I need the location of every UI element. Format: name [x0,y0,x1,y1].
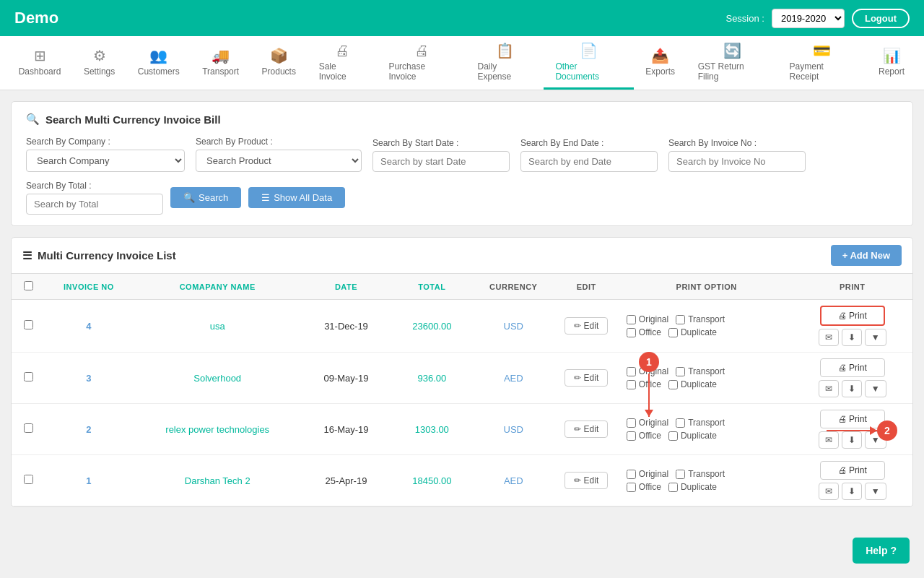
start-date-label: Search By Start Date : [372,138,510,148]
edit-button[interactable]: ✏ Edit [565,420,608,438]
row-edit-cell: ✏ Edit [552,300,621,353]
office-checkbox[interactable] [627,380,636,389]
email-button[interactable]: ✉ [819,431,839,449]
duplicate-checkbox[interactable] [668,431,678,441]
header-right: Session : 2019-2020 Logout [725,9,910,28]
duplicate-checkbox[interactable] [668,328,678,337]
company-select[interactable]: Search Company [26,150,185,172]
invoice-link[interactable]: 2 [86,424,91,435]
duplicate-checkbox-label[interactable]: Duplicate [668,431,717,441]
download-button[interactable]: ⬇ [842,329,862,346]
more-options-button[interactable]: ▼ [865,380,886,397]
search-button[interactable]: 🔍 Search [170,187,241,208]
nav-item-gst-return-filing[interactable]: 🔄 GST Return Filing [687,36,778,90]
more-options-button[interactable]: ▼ [865,483,886,500]
row-print-cell: 🖨 Print ✉ ⬇ ▼ [793,455,912,506]
row-print-cell: 🖨 Print ✉ ⬇ ▼ [793,300,912,353]
print-options: Original Transport Office Duplicate [627,314,787,337]
invoice-no-input[interactable] [668,151,806,172]
print-button[interactable]: 🖨 Print [820,358,885,377]
company-link[interactable]: relex power technologies [165,424,269,435]
transport-checkbox[interactable] [676,470,685,479]
email-button[interactable]: ✉ [819,483,839,500]
office-checkbox[interactable] [627,483,636,492]
transport-checkbox-label[interactable]: Transport [676,418,725,428]
original-checkbox[interactable] [627,418,636,428]
office-checkbox-label[interactable]: Office [627,327,661,337]
nav-item-daily-expense[interactable]: 📋 Daily Expense [466,36,544,90]
company-link[interactable]: Darshan Tech 2 [185,475,250,486]
row-checkbox[interactable] [24,423,33,433]
col-header-company: COMAPANY NAME [131,274,303,300]
nav-item-settings[interactable]: ⚙ Settings [72,41,126,85]
total-input[interactable] [26,194,163,215]
original-checkbox[interactable] [627,367,636,376]
col-header-print: PRINT [793,274,912,300]
company-link[interactable]: Solverhood [193,373,241,384]
edit-button[interactable]: ✏ Edit [565,472,608,489]
print-button[interactable]: 🖨 Print [820,461,885,480]
add-new-button[interactable]: + Add New [831,245,902,266]
office-checkbox-label[interactable]: Office [627,482,661,492]
invoice-link[interactable]: 4 [86,321,91,332]
product-select[interactable]: Search Product [196,150,362,172]
nav-item-transport[interactable]: 🚚 Transport [191,41,250,85]
transport-checkbox-label[interactable]: Transport [676,469,725,479]
start-date-input[interactable] [372,151,510,172]
invoice-link[interactable]: 1 [86,475,91,486]
transport-checkbox[interactable] [676,418,685,428]
app-logo: Demo [14,9,58,27]
invoice-link[interactable]: 3 [86,373,91,384]
print-option-row-1: Original Transport [627,418,787,428]
duplicate-checkbox-label[interactable]: Duplicate [668,482,717,492]
nav-label-daily-expense: Daily Expense [477,61,532,82]
office-checkbox[interactable] [627,431,636,441]
transport-checkbox-label[interactable]: Transport [676,366,725,376]
show-all-button[interactable]: ☰ Show All Data [248,187,345,208]
row-checkbox[interactable] [24,475,33,484]
original-checkbox[interactable] [627,315,636,324]
print-button[interactable]: 🖨 Print [820,306,885,326]
session-select[interactable]: 2019-2020 [772,9,845,28]
transport-checkbox[interactable] [676,367,685,376]
transport-checkbox[interactable] [676,315,685,324]
original-checkbox-label[interactable]: Original [627,418,668,428]
nav-item-exports[interactable]: 📤 Exports [634,41,686,85]
duplicate-checkbox[interactable] [668,483,678,492]
nav-item-report[interactable]: 📊 Report [866,41,917,85]
nav-item-purchase-invoice[interactable]: 🖨 Purchase Invoice [377,37,466,90]
nav-item-sale-invoice[interactable]: 🖨 Sale Invoice [308,37,378,90]
nav-item-dashboard[interactable]: ⊞ Dashboard [7,41,72,85]
original-checkbox[interactable] [627,470,636,479]
duplicate-checkbox-label[interactable]: Duplicate [668,379,717,389]
download-button[interactable]: ⬇ [842,380,862,397]
end-date-input[interactable] [520,151,658,172]
nav-label-exports: Exports [645,66,675,77]
download-button[interactable]: ⬇ [842,431,862,449]
duplicate-checkbox-label[interactable]: Duplicate [668,327,717,337]
duplicate-checkbox[interactable] [668,380,678,389]
company-link[interactable]: usa [210,321,225,332]
nav-item-payment-receipt[interactable]: 💳 Payment Receipt [778,36,866,90]
email-button[interactable]: ✉ [819,329,839,346]
original-checkbox-label[interactable]: Original [627,314,668,324]
select-all-checkbox[interactable] [24,281,33,290]
edit-button[interactable]: ✏ Edit [565,317,608,335]
row-checkbox[interactable] [24,372,33,381]
email-button[interactable]: ✉ [819,380,839,397]
nav-item-customers[interactable]: 👥 Customers [126,41,191,85]
office-checkbox-label[interactable]: Office [627,431,661,441]
original-checkbox-label[interactable]: Original [627,469,668,479]
office-checkbox-label[interactable]: Office [627,379,661,389]
more-options-button[interactable]: ▼ [865,329,886,346]
transport-checkbox-label[interactable]: Transport [676,314,725,324]
office-checkbox[interactable] [627,328,636,337]
row-print-option: Original Transport Office Duplicate [621,455,793,506]
download-button[interactable]: ⬇ [842,483,862,500]
nav-item-products[interactable]: 📦 Products [250,41,308,85]
logout-button[interactable]: Logout [852,9,910,28]
row-checkbox[interactable] [24,320,33,329]
invoice-no-field: Search By Invoice No : [668,138,806,172]
nav-item-other-documents[interactable]: 📄 Other Documents [544,36,634,90]
edit-button[interactable]: ✏ Edit [565,369,608,387]
